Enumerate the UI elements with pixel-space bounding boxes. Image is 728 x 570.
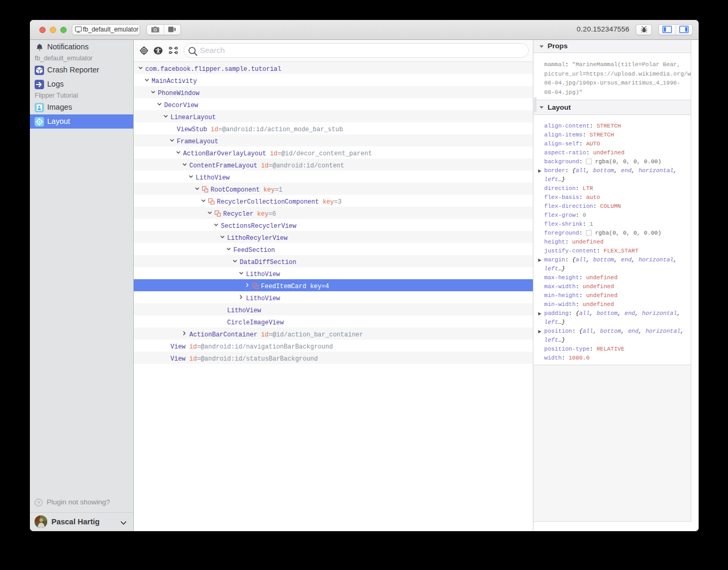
svg-text:?: ? [37,500,40,505]
